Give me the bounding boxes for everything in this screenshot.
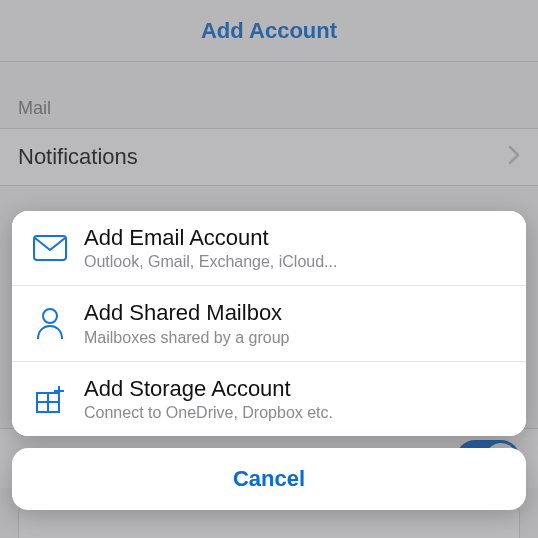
option-add-email-account[interactable]: Add Email Account Outlook, Gmail, Exchan… — [12, 211, 526, 286]
person-icon — [26, 301, 74, 345]
cancel-button[interactable]: Cancel — [12, 448, 526, 510]
action-sheet-options: Add Email Account Outlook, Gmail, Exchan… — [12, 211, 526, 436]
action-sheet: Add Email Account Outlook, Gmail, Exchan… — [12, 211, 526, 510]
option-add-shared-mailbox[interactable]: Add Shared Mailbox Mailboxes shared by a… — [12, 286, 526, 361]
svg-point-1 — [43, 309, 57, 323]
option-title: Add Email Account — [84, 225, 337, 251]
cancel-label: Cancel — [233, 466, 305, 492]
option-title: Add Shared Mailbox — [84, 300, 289, 326]
option-subtitle: Outlook, Gmail, Exchange, iCloud... — [84, 253, 337, 271]
svg-rect-0 — [34, 236, 66, 260]
option-subtitle: Connect to OneDrive, Dropbox etc. — [84, 404, 333, 422]
storage-grid-icon — [26, 377, 74, 421]
option-title: Add Storage Account — [84, 376, 333, 402]
mail-icon — [26, 226, 74, 270]
option-add-storage-account[interactable]: Add Storage Account Connect to OneDrive,… — [12, 362, 526, 436]
option-subtitle: Mailboxes shared by a group — [84, 329, 289, 347]
